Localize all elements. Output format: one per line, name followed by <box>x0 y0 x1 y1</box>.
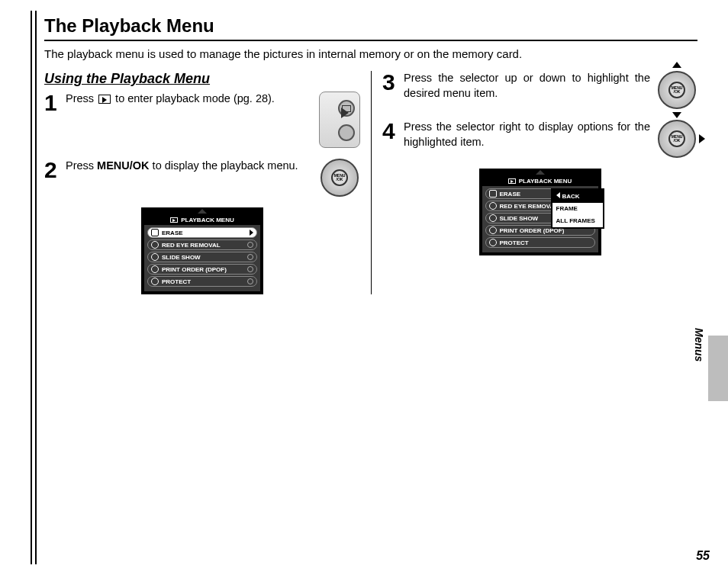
step-2: 2 Press MENU/OK to display the play­back… <box>44 159 360 197</box>
selector-dial-right: MENU /OK <box>656 120 697 158</box>
camera-trash-button-icon <box>338 124 355 141</box>
submenu-back: BACK <box>552 190 603 203</box>
section-tab-label: Menus <box>693 328 705 361</box>
slideshow-icon <box>151 253 159 261</box>
bullet-icon <box>247 242 253 248</box>
eye-icon <box>489 202 497 210</box>
erase-submenu: BACK FRAME ALL FRAMES <box>551 188 604 229</box>
bullet-icon <box>247 266 253 272</box>
margin-rule <box>31 11 35 564</box>
section-tab <box>708 336 728 401</box>
playback-small-icon <box>170 217 178 223</box>
menu-item-protect: PROTECT <box>485 237 595 248</box>
page-number: 55 <box>696 549 710 563</box>
menu-item-label: PROTECT <box>162 278 244 285</box>
menu-item-erase: ERASE <box>147 227 257 238</box>
step-number: 4 <box>382 120 398 143</box>
bullet-icon <box>247 278 253 284</box>
menu-item-label: ERASE <box>162 230 246 236</box>
playback-small-icon <box>508 178 516 184</box>
dial-center-icon: MENU /OK <box>331 169 348 186</box>
playback-menu-with-submenu: PLAYBACK MENU ERASE RED EYE REMOVAL <box>479 169 601 255</box>
menu-item-redeye: RED EYE REMOVAL <box>147 239 257 250</box>
left-column: Using the Playback Menu 1 Press to enter… <box>44 71 371 294</box>
dial-center-icon: MENU /OK <box>668 130 685 147</box>
camera-back-graphic <box>319 92 360 148</box>
step2-post: to display the play­back menu. <box>150 159 298 172</box>
right-arrow-icon <box>250 230 253 236</box>
step-1: 1 Press to enter playback mode (pg. 28). <box>44 92 360 148</box>
step-text: Press the selector right to display op­t… <box>404 120 650 149</box>
menu-item-label: RED EYE REMOVAL <box>162 242 244 249</box>
menu-item-slideshow: SLIDE SHOW <box>147 252 257 262</box>
step-number: 3 <box>382 71 398 94</box>
dial-center-icon: MENU /OK <box>668 82 685 98</box>
submenu-label: BACK <box>562 193 580 200</box>
menu-item-protect: PROTECT <box>147 276 257 287</box>
pointer-arrow-icon <box>341 108 349 118</box>
step-4: 4 Press the selector right to display op… <box>382 120 697 158</box>
step1-pre: Press <box>66 92 97 104</box>
trash-icon <box>151 229 159 236</box>
menu-header-label: PLAYBACK MENU <box>181 217 234 223</box>
playback-menu-screenshot: PLAYBACK MENU ERASE RED EYE REMOVAL <box>141 207 263 294</box>
intro-text: The playback menu is used to manage the … <box>44 47 697 60</box>
step1-post: to enter playback mode (pg. 28). <box>112 92 275 104</box>
subheading: Using the Playback Menu <box>44 71 360 87</box>
bullet-icon <box>247 254 253 260</box>
step-number: 2 <box>44 159 60 181</box>
menu-header: PLAYBACK MENU <box>144 215 260 225</box>
protect-icon <box>489 239 497 246</box>
selector-dial-updown: MENU /OK <box>656 71 697 109</box>
down-arrow-icon <box>672 112 681 118</box>
print-icon <box>151 265 159 273</box>
step-text: Press to enter playback mode (pg. 28). <box>66 92 313 107</box>
menu-item-label: PRINT ORDER (DPOF) <box>162 266 244 273</box>
playback-icon <box>98 95 111 104</box>
slideshow-icon <box>489 214 497 222</box>
right-arrow-icon <box>699 134 705 143</box>
menu-ok-label: MENU/OK <box>97 159 149 172</box>
step-text: Press MENU/OK to display the play­back m… <box>66 159 313 174</box>
protect-icon <box>151 278 159 285</box>
right-column: 3 Press the selector up or down to highl… <box>371 71 697 294</box>
menu-header: PLAYBACK MENU <box>482 176 598 186</box>
submenu-frame: FRAME <box>552 203 603 215</box>
step2-pre: Press <box>66 159 97 172</box>
left-arrow-icon <box>556 192 560 198</box>
menu-item-printorder: PRINT ORDER (DPOF) <box>147 264 257 275</box>
eye-icon <box>151 241 159 249</box>
menu-header-label: PLAYBACK MENU <box>519 178 572 185</box>
trash-icon <box>489 190 497 198</box>
step-number: 1 <box>44 92 60 114</box>
print-icon <box>489 226 497 234</box>
selector-dial-graphic: MENU /OK <box>319 159 360 197</box>
page-title: The Playback Menu <box>44 15 697 41</box>
menu-item-label: SLIDE SHOW <box>162 254 244 261</box>
menu-item-label: PROTECT <box>500 239 591 246</box>
step-3: 3 Press the selector up or down to highl… <box>382 71 697 109</box>
step-text: Press the selector up or down to highlig… <box>404 71 650 101</box>
submenu-allframes: ALL FRAMES <box>552 215 603 227</box>
up-arrow-icon <box>672 62 681 68</box>
